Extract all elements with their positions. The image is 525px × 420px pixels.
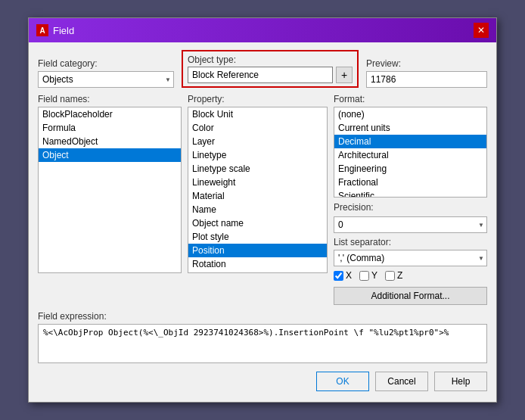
- precision-select[interactable]: 0: [334, 216, 487, 233]
- field-names-listbox: BlockPlaceholder Formula NamedObject Obj…: [38, 107, 182, 273]
- checkbox-z[interactable]: [385, 271, 395, 281]
- list-item[interactable]: Object: [39, 148, 181, 162]
- list-item[interactable]: Architectural: [334, 148, 486, 162]
- checkbox-y-label: Y: [371, 270, 377, 281]
- object-type-row: +: [188, 67, 353, 83]
- main-content: Field names: BlockPlaceholder Formula Na…: [38, 94, 487, 305]
- field-names-section: Field names: BlockPlaceholder Formula Na…: [38, 94, 182, 305]
- field-names-title: Field names:: [38, 94, 182, 104]
- checkbox-x-item: X: [334, 270, 352, 281]
- list-item[interactable]: Fractional: [334, 176, 486, 189]
- object-type-section: Object type: +: [182, 50, 359, 88]
- list-item[interactable]: Name: [188, 203, 327, 216]
- ok-button[interactable]: OK: [316, 372, 369, 391]
- field-category-dropdown-wrapper: Objects: [38, 71, 174, 88]
- help-button[interactable]: Help: [434, 372, 487, 391]
- list-item[interactable]: Engineering: [334, 162, 486, 176]
- dialog-body: Field category: Objects Object type: + P…: [29, 42, 496, 402]
- list-item[interactable]: Scale X: [188, 271, 327, 273]
- list-item[interactable]: Block Unit: [188, 107, 327, 121]
- checkboxes-row: X Y Z: [334, 270, 487, 281]
- format-section: Format: (none) Current units Decimal Arc…: [334, 94, 487, 305]
- precision-dropdown-wrapper: 0: [334, 216, 487, 233]
- list-item[interactable]: Object name: [188, 216, 327, 230]
- checkbox-z-label: Z: [397, 270, 402, 281]
- list-separator-row: List separator: ',' (Comma): [334, 237, 487, 266]
- field-category-dropdown[interactable]: Objects: [38, 71, 174, 88]
- field-expression-label: Field expression:: [38, 311, 487, 322]
- dialog-title: Field: [53, 25, 74, 36]
- field-category-label: Field category:: [38, 58, 174, 69]
- list-item[interactable]: Scientific: [334, 189, 486, 198]
- precision-label: Precision:: [334, 202, 487, 213]
- format-listbox: (none) Current units Decimal Architectur…: [334, 107, 487, 198]
- list-item[interactable]: Material: [188, 189, 327, 203]
- additional-format-button[interactable]: Additional Format...: [334, 287, 487, 305]
- checkbox-y[interactable]: [359, 271, 369, 281]
- close-button[interactable]: ✕: [474, 23, 489, 38]
- precision-row: Precision: 0: [334, 202, 487, 233]
- checkbox-x-label: X: [346, 270, 352, 281]
- format-title: Format:: [334, 94, 487, 104]
- list-item[interactable]: Current units: [334, 121, 486, 135]
- list-item[interactable]: BlockPlaceholder: [39, 107, 181, 121]
- list-separator-label: List separator:: [334, 237, 487, 247]
- checkbox-z-item: Z: [385, 270, 402, 281]
- preview-label: Preview:: [366, 58, 487, 69]
- field-expression-textarea[interactable]: %<\AcObjProp Object(%<\_ObjId 2923741024…: [38, 324, 487, 363]
- list-item[interactable]: Color: [188, 121, 327, 135]
- checkbox-x[interactable]: [334, 271, 343, 281]
- list-item[interactable]: Position: [188, 244, 327, 257]
- list-item[interactable]: Decimal: [334, 135, 486, 148]
- bottom-buttons: OK Cancel Help: [38, 372, 487, 394]
- app-icon: A: [36, 24, 48, 36]
- list-item[interactable]: (none): [334, 107, 486, 121]
- checkbox-y-item: Y: [359, 270, 377, 281]
- property-title: Property:: [188, 94, 328, 104]
- object-type-label: Object type:: [188, 54, 353, 65]
- field-category-section: Field category: Objects: [38, 58, 174, 88]
- property-section: Property: Block Unit Color Layer Linetyp…: [188, 94, 328, 305]
- list-item[interactable]: Linetype: [188, 148, 327, 162]
- field-expression-section: Field expression: %<\AcObjProp Object(%<…: [38, 311, 487, 366]
- title-bar-left: A Field: [36, 24, 74, 36]
- list-item[interactable]: Lineweight: [188, 176, 327, 189]
- object-type-input[interactable]: [188, 67, 333, 83]
- title-bar: A Field ✕: [29, 18, 496, 42]
- list-item[interactable]: NamedObject: [39, 135, 181, 148]
- list-item[interactable]: Layer: [188, 135, 327, 148]
- list-item[interactable]: Formula: [39, 121, 181, 135]
- top-row: Field category: Objects Object type: + P…: [38, 50, 487, 88]
- preview-section: Preview:: [366, 58, 487, 88]
- list-item[interactable]: Linetype scale: [188, 162, 327, 176]
- list-item[interactable]: Rotation: [188, 257, 327, 271]
- list-separator-wrapper: ',' (Comma): [334, 250, 487, 266]
- list-item[interactable]: Plot style: [188, 230, 327, 244]
- property-listbox: Block Unit Color Layer Linetype Linetype…: [188, 107, 328, 273]
- list-separator-select[interactable]: ',' (Comma): [334, 250, 487, 266]
- field-dialog: A Field ✕ Field category: Objects Object…: [28, 17, 497, 403]
- cancel-button[interactable]: Cancel: [375, 372, 428, 391]
- add-object-type-button[interactable]: +: [336, 67, 353, 83]
- preview-input[interactable]: [366, 71, 487, 88]
